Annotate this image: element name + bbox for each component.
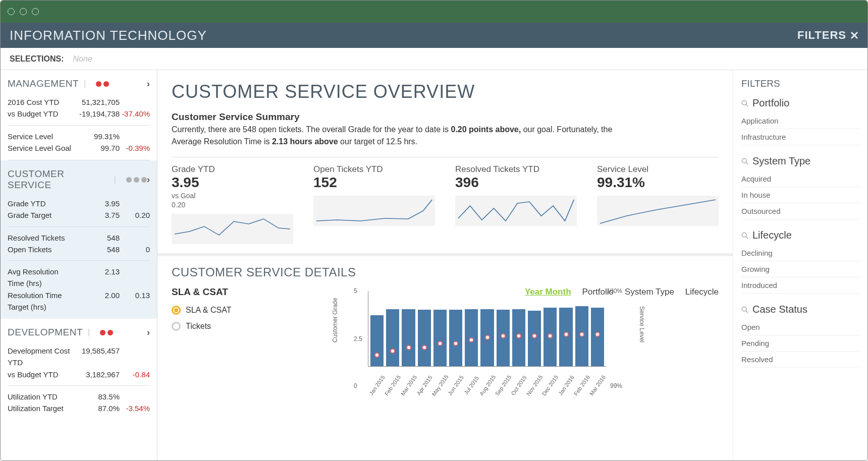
sparkline — [597, 196, 719, 226]
section-title: CUSTOMER SERVICE — [8, 168, 109, 191]
metric-delta — [120, 391, 150, 402]
kpi-card: Grade YTD3.95vs Goal0.20 — [172, 164, 293, 244]
filter-item[interactable]: Declining — [741, 245, 859, 261]
filter-group: PortfolioApplicationInfrastructure — [741, 97, 859, 145]
overview: CUSTOMER SERVICE OVERVIEW Customer Servi… — [157, 70, 733, 164]
filter-item[interactable]: Open — [741, 319, 859, 335]
sidebar-section-customer-service[interactable]: CUSTOMER SERVICE | › Grade YTD3.95Grade … — [1, 160, 157, 319]
window-dot — [8, 8, 15, 15]
filter-item[interactable]: Resolved — [741, 352, 859, 368]
chart-bar: May 2015 — [433, 310, 447, 366]
metric-value: 548 — [73, 244, 120, 255]
metric-row: Resolution Time Target (hrs)2.000.13 — [8, 290, 150, 313]
metric-label: Utilization Target — [8, 402, 73, 414]
sidebar-section-management[interactable]: MANAGEMENT | › 2016 Cost YTD51,321,705vs… — [1, 70, 157, 160]
svg-line-5 — [746, 237, 748, 239]
chart-bar: Apr 2015 — [418, 310, 431, 366]
kpi-card: Open Tickets YTD152 — [313, 164, 435, 244]
metric-label: vs Budget YTD — [8, 108, 73, 120]
radio-option[interactable]: Tickets — [172, 322, 231, 331]
chart-bar: Jul 2015 — [465, 309, 478, 366]
metric-delta: 0.20 — [120, 209, 150, 221]
radio-option[interactable]: SLA & CSAT — [172, 306, 231, 315]
y-axis-label: Customer Grade — [332, 298, 339, 342]
metric-label: Resolved Tickets — [8, 232, 73, 244]
status-dot-icon — [126, 177, 132, 183]
radio-label: Tickets — [186, 322, 211, 331]
metric-delta: -0.39% — [120, 142, 150, 154]
radio-icon — [172, 306, 181, 315]
filter-item[interactable]: Growing — [741, 261, 859, 277]
metric-delta: -0.84 — [120, 369, 150, 380]
filter-item[interactable]: Acquired — [741, 171, 859, 187]
svg-point-4 — [742, 233, 746, 237]
tab-lifecycle[interactable]: Lifecycle — [685, 287, 719, 297]
kpi-card: Resolved Tickets YTD396 — [455, 164, 577, 244]
metric-row: Grade YTD3.95 — [8, 198, 150, 209]
metric-value: 19,585,457 — [73, 345, 120, 369]
metric-row: vs Budget YTD3,182,967-0.84 — [8, 369, 150, 380]
filters-label: FILTERS — [797, 29, 846, 42]
filter-group-title[interactable]: System Type — [741, 155, 859, 167]
summary-text: Currently, there are 548 open tickets. T… — [172, 124, 636, 148]
chevron-right-icon: › — [147, 327, 150, 338]
filter-item[interactable]: Outsourced — [741, 203, 859, 219]
kpi-label: Open Tickets YTD — [313, 164, 435, 175]
filter-item[interactable]: Application — [741, 113, 859, 129]
filter-item[interactable]: Pending — [741, 335, 859, 352]
filter-item[interactable]: In house — [741, 187, 859, 203]
selections-value: None — [73, 54, 92, 64]
metric-row: Development Cost YTD19,585,457 — [8, 345, 150, 369]
metric-delta — [120, 232, 150, 244]
svg-point-2 — [742, 158, 746, 163]
filters-title: FILTERS — [741, 78, 859, 89]
metric-value: 99.70 — [73, 142, 120, 154]
metric-row: Utilization YTD83.5% — [8, 391, 150, 402]
section-title: MANAGEMENT — [8, 78, 79, 89]
y-tick: 5 — [354, 287, 357, 295]
kpi-card: Service Level99.31% — [597, 164, 719, 244]
metric-row: Service Level99.31% — [8, 131, 150, 142]
metric-label: Service Level Goal — [8, 142, 73, 154]
chart-bar: Feb 2016 — [575, 306, 588, 366]
sla-csat-chart: Customer Grade Service Level 5 2.5 0 100… — [354, 291, 677, 387]
details-subtitle: SLA & CSAT — [172, 286, 228, 298]
metric-row: 2016 Cost YTD51,321,705 — [8, 96, 150, 108]
titlebar — [1, 1, 867, 23]
metric-delta — [120, 96, 150, 108]
main: CUSTOMER SERVICE OVERVIEW Customer Servi… — [157, 70, 733, 461]
filters-toggle[interactable]: FILTERS — [797, 29, 858, 42]
sidebar-section-development[interactable]: DEVELOPMENT | › Development Cost YTD19,5… — [1, 319, 157, 420]
filter-item[interactable]: Introduced — [741, 277, 859, 294]
filters-panel: FILTERS PortfolioApplicationInfrastructu… — [733, 70, 867, 461]
y2-axis-label: Service Level — [638, 306, 645, 342]
filter-item[interactable]: Infrastructure — [741, 129, 859, 145]
metric-value: 83.5% — [73, 391, 120, 402]
metric-delta: -3.54% — [120, 402, 150, 414]
chart-bar: Aug 2015 — [480, 309, 494, 366]
radio-icon — [172, 322, 181, 331]
svg-line-3 — [746, 162, 748, 164]
appbar: INFORMATION TECHNOLOGY FILTERS — [1, 23, 867, 48]
status-dot-icon — [100, 330, 105, 335]
metric-row: Service Level Goal99.70-0.39% — [8, 142, 150, 154]
metric-label: Grade Target — [8, 209, 73, 221]
filter-group-title[interactable]: Lifecycle — [741, 229, 859, 241]
filter-group-title[interactable]: Case Status — [741, 304, 859, 315]
metric-value: 87.0% — [73, 402, 120, 414]
selections-bar: SELECTIONS: None — [1, 48, 867, 70]
metric-delta: 0 — [120, 244, 150, 255]
y-tick: 0 — [354, 382, 357, 389]
kpi-value: 99.31% — [597, 175, 719, 191]
chart-bar: Dec 2015 — [544, 308, 557, 366]
sparkline — [455, 196, 577, 226]
metric-value: 2.00 — [73, 290, 120, 313]
metric-label: 2016 Cost YTD — [8, 96, 73, 108]
summary-title: Customer Service Summary — [172, 111, 719, 123]
chart-bar: Nov 2015 — [528, 311, 541, 366]
app-title: INFORMATION TECHNOLOGY — [10, 28, 207, 43]
metric-value: 51,321,705 — [73, 96, 120, 108]
filter-group-title[interactable]: Portfolio — [741, 97, 859, 109]
kpi-label: Grade YTD — [172, 164, 293, 175]
metric-row: Grade Target3.750.20 — [8, 209, 150, 221]
